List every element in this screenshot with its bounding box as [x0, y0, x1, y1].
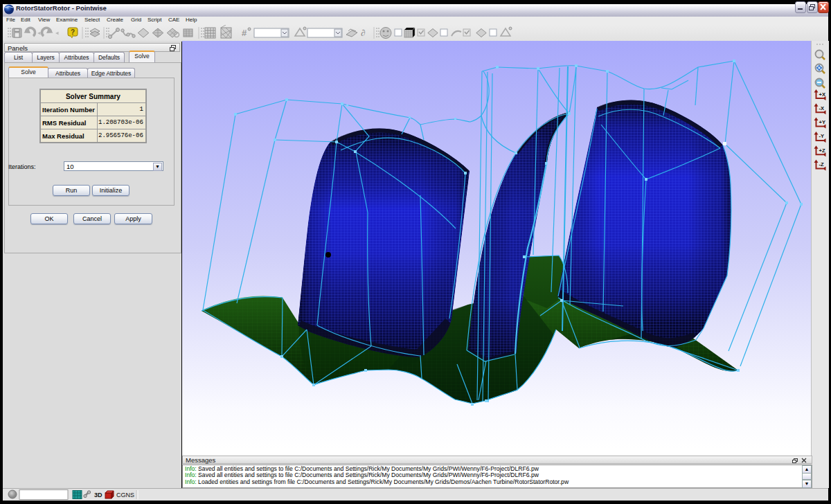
svg-text:CGNS: CGNS [116, 492, 134, 498]
svg-text:+Y: +Y [819, 119, 825, 125]
svg-text:3D: 3D [94, 492, 102, 498]
svg-text:-X: -X [819, 105, 825, 111]
svg-text:∂: ∂ [361, 28, 365, 38]
svg-text:+X: +X [819, 91, 825, 98]
svg-text:?: ? [71, 28, 75, 36]
svg-text:-Z: -Z [819, 161, 824, 168]
svg-text:#: # [242, 28, 247, 38]
svg-text:-Y: -Y [819, 133, 825, 139]
svg-text:+Z: +Z [819, 147, 825, 154]
